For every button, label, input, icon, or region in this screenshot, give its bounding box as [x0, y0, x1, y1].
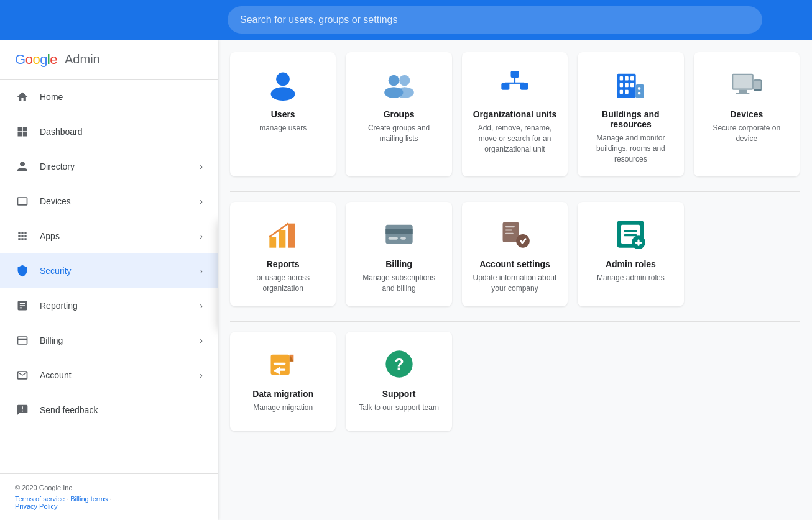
cards-row-3: Data migration Manage migration ? Suppor…	[230, 332, 800, 431]
copyright: © 2020 Google Inc.	[15, 484, 203, 491]
svg-rect-31	[279, 230, 286, 248]
sidebar-item-reporting[interactable]: Reporting ›	[0, 288, 218, 323]
sidebar-item-apps[interactable]: Apps ›	[0, 219, 218, 253]
groups-card-icon	[382, 67, 417, 102]
card-users[interactable]: Users manage users	[230, 52, 336, 176]
account-settings-card-title: Account settings	[479, 259, 550, 269]
svg-point-3	[399, 75, 410, 86]
svg-rect-18	[630, 83, 634, 88]
svg-point-5	[395, 87, 413, 98]
security-chevron: ›	[200, 266, 203, 276]
svg-rect-35	[388, 237, 397, 240]
svg-rect-14	[625, 76, 629, 81]
account-settings-card-icon	[497, 217, 532, 252]
row-divider-1	[230, 191, 800, 192]
card-buildings[interactable]: Buildings and resources Manage and monit…	[578, 52, 683, 176]
sidebar-item-home[interactable]: Home	[0, 80, 218, 114]
sidebar-nav: Home Dashboard Directory › Devices	[0, 80, 218, 427]
svg-rect-44	[624, 230, 638, 232]
svg-rect-41	[505, 233, 514, 234]
card-groups[interactable]: Groups Create groups and mailing lists	[346, 52, 451, 176]
svg-point-0	[276, 73, 290, 86]
top-bar	[0, 0, 812, 40]
card-support[interactable]: ? Support Talk to our support team	[346, 332, 451, 431]
sidebar-label-directory: Directory	[40, 162, 75, 171]
svg-rect-36	[400, 237, 406, 240]
cards-row-1: Users manage users Groups Create g	[230, 52, 800, 176]
buildings-card-title: Buildings and resources	[588, 109, 673, 129]
billing-card-title: Billing	[385, 259, 412, 269]
sidebar-item-dashboard[interactable]: Dashboard	[0, 114, 218, 149]
users-card-title: Users	[271, 109, 295, 119]
support-card-title: Support	[382, 389, 416, 399]
svg-rect-7	[501, 83, 509, 90]
cards-grid-2: Reports or usage across organization Bil…	[230, 202, 800, 306]
sidebar-item-feedback[interactable]: Send feedback	[0, 393, 218, 427]
billing-card-icon	[382, 217, 417, 252]
billing-icon	[15, 333, 30, 348]
reporting-chevron: ›	[200, 301, 203, 311]
main-content: Users manage users Groups Create g	[218, 40, 812, 520]
data-migration-card-title: Data migration	[252, 389, 313, 399]
sidebar-item-devices[interactable]: Devices ›	[0, 184, 218, 219]
account-settings-card-desc: Update information about your company	[472, 273, 558, 294]
sidebar-item-directory[interactable]: Directory ›	[0, 149, 218, 184]
svg-rect-17	[625, 83, 629, 88]
svg-rect-13	[620, 76, 623, 81]
sidebar-item-billing[interactable]: Billing ›	[0, 323, 218, 358]
devices-chevron: ›	[200, 196, 203, 206]
admin-text: Admin	[65, 52, 100, 66]
svg-rect-6	[510, 71, 519, 78]
svg-rect-16	[620, 83, 623, 88]
sidebar: Google Admin Home Dashboard	[0, 40, 218, 520]
sidebar-label-billing: Billing	[40, 335, 63, 345]
card-admin-roles[interactable]: Admin roles Manage admin roles	[578, 202, 683, 306]
cards-grid-1: Users manage users Groups Create g	[230, 52, 800, 176]
admin-roles-card-icon	[613, 217, 648, 252]
org-units-card-desc: Add, remove, rename, move or search for …	[472, 123, 558, 154]
devices-icon	[15, 194, 30, 209]
account-chevron: ›	[200, 370, 203, 380]
devices-card-icon	[729, 67, 764, 102]
card-devices[interactable]: Devices Secure corporate on device	[694, 52, 800, 176]
terms-link[interactable]: Terms of service	[15, 495, 65, 503]
users-card-desc: manage users	[259, 123, 307, 134]
data-migration-card-desc: Manage migration	[253, 403, 313, 413]
billing-chevron: ›	[200, 335, 203, 345]
admin-roles-card-title: Admin roles	[606, 259, 656, 269]
svg-rect-27	[736, 93, 749, 94]
cards-row-2: Reports or usage across organization Bil…	[230, 202, 800, 306]
data-migration-card-icon	[265, 347, 300, 381]
reports-card-desc: or usage across organization	[240, 273, 326, 294]
reports-card-icon	[265, 217, 300, 252]
privacy-link[interactable]: Privacy Policy	[15, 503, 57, 510]
devices-card-title: Devices	[730, 109, 763, 119]
search-input[interactable]	[240, 14, 750, 25]
support-card-desc: Talk to our support team	[359, 403, 439, 413]
card-account-settings[interactable]: Account settings Update information abou…	[462, 202, 568, 306]
svg-rect-34	[385, 229, 412, 235]
svg-rect-52	[274, 363, 286, 365]
search-bar[interactable]	[228, 6, 762, 34]
svg-rect-23	[638, 92, 640, 94]
svg-rect-21	[636, 84, 644, 98]
svg-rect-54	[279, 369, 286, 371]
card-data-migration[interactable]: Data migration Manage migration	[230, 332, 336, 431]
card-org-units[interactable]: Organizational units Add, remove, rename…	[462, 52, 568, 176]
org-units-card-icon	[497, 67, 532, 102]
sidebar-label-feedback: Send feedback	[40, 405, 98, 415]
buildings-card-icon	[613, 67, 648, 102]
svg-point-2	[388, 75, 399, 86]
svg-rect-19	[620, 90, 623, 94]
card-billing[interactable]: Billing Manage subscriptions and billing	[346, 202, 451, 306]
card-reports[interactable]: Reports or usage across organization	[230, 202, 336, 306]
sidebar-label-dashboard: Dashboard	[40, 127, 83, 137]
svg-rect-22	[638, 87, 640, 89]
sidebar-item-security[interactable]: Security › Alert center API controls Sec…	[0, 253, 218, 288]
sidebar-label-apps: Apps	[40, 231, 60, 241]
devices-card-desc: Secure corporate on device	[704, 123, 790, 144]
sidebar-item-account[interactable]: Account ›	[0, 358, 218, 393]
svg-rect-40	[505, 230, 512, 231]
svg-text:?: ?	[394, 355, 404, 373]
billing-terms-link[interactable]: Billing terms	[70, 495, 108, 503]
